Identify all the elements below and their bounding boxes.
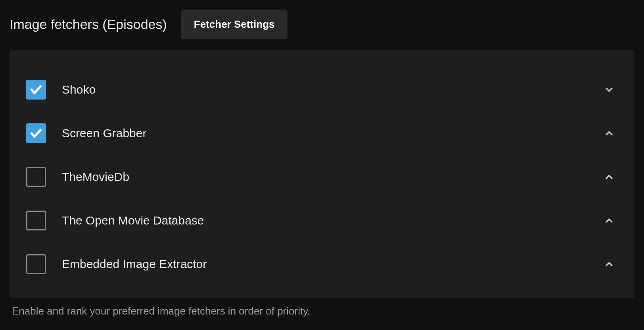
move-up-button-screen-grabber[interactable] (600, 125, 618, 142)
fetcher-row-screen-grabber: Screen Grabber (26, 111, 618, 155)
fetcher-checkbox-themoviedb[interactable] (26, 167, 46, 187)
chevron-up-icon (604, 259, 615, 270)
move-down-button-shoko[interactable] (600, 81, 618, 98)
check-icon (29, 127, 43, 140)
fetcher-row-themoviedb: TheMovieDb (26, 155, 618, 199)
fetcher-checkbox-embedded-image-extractor[interactable] (26, 254, 46, 274)
fetcher-checkbox-omdb[interactable] (26, 211, 46, 230)
chevron-up-icon (604, 128, 615, 139)
chevron-down-icon (604, 84, 615, 95)
fetcher-label: Screen Grabber (62, 127, 600, 140)
fetcher-label: The Open Movie Database (62, 214, 600, 227)
fetchers-panel: Shoko Screen Grabber TheMovieDb The Open… (10, 50, 634, 298)
fetcher-row-shoko: Shoko (26, 68, 618, 111)
fetcher-label: Embedded Image Extractor (62, 257, 600, 271)
fetcher-checkbox-shoko[interactable] (26, 80, 46, 100)
help-text: Enable and rank your preferred image fet… (10, 305, 634, 317)
fetcher-row-omdb: The Open Movie Database (26, 199, 618, 242)
header-row: Image fetchers (Episodes) Fetcher Settin… (10, 10, 634, 39)
check-icon (29, 83, 43, 96)
chevron-up-icon (604, 215, 615, 226)
move-up-button-themoviedb[interactable] (600, 168, 618, 186)
fetcher-settings-button[interactable]: Fetcher Settings (181, 10, 288, 39)
move-up-button-omdb[interactable] (600, 212, 618, 229)
fetcher-checkbox-screen-grabber[interactable] (26, 123, 46, 143)
move-up-button-embedded-image-extractor[interactable] (600, 255, 618, 273)
fetcher-label: TheMovieDb (62, 170, 600, 184)
chevron-up-icon (604, 171, 615, 182)
fetcher-row-embedded-image-extractor: Embedded Image Extractor (26, 242, 618, 286)
fetcher-label: Shoko (62, 83, 600, 96)
section-title: Image fetchers (Episodes) (10, 17, 167, 32)
